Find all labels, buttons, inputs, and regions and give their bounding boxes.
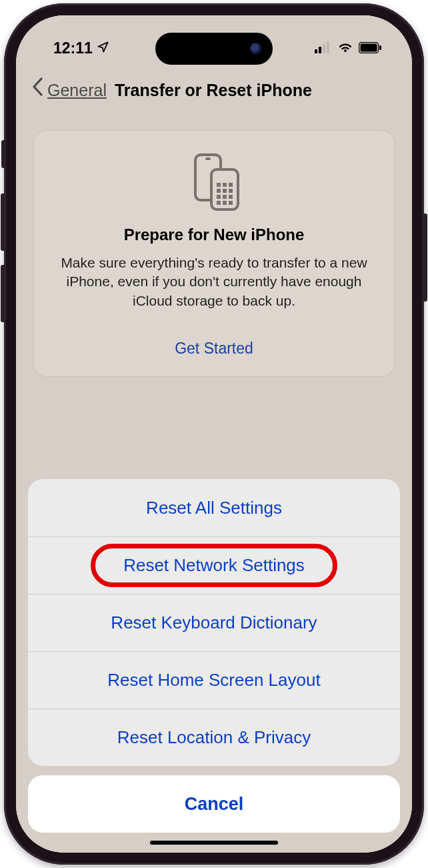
svg-rect-20 <box>223 201 227 205</box>
volume-up-button <box>1 193 5 251</box>
svg-rect-6 <box>379 45 381 50</box>
reset-keyboard-dictionary-button[interactable]: Reset Keyboard Dictionary <box>28 594 400 651</box>
sheet-item-label: Reset Network Settings <box>123 555 305 576</box>
back-chevron-icon[interactable] <box>32 77 43 101</box>
sheet-item-label: Reset Keyboard Dictionary <box>111 612 317 633</box>
svg-rect-12 <box>229 183 233 187</box>
reset-location-privacy-button[interactable]: Reset Location & Privacy <box>28 709 400 766</box>
svg-rect-3 <box>327 41 329 53</box>
svg-rect-16 <box>217 195 221 199</box>
svg-rect-8 <box>205 157 211 160</box>
svg-rect-1 <box>319 47 321 53</box>
power-button <box>423 213 427 302</box>
svg-rect-0 <box>315 49 317 53</box>
devices-transfer-icon <box>181 152 247 212</box>
sheet-item-label: Reset Location & Privacy <box>117 727 311 748</box>
action-sheet: Reset All Settings Reset Network Setting… <box>16 479 412 853</box>
iphone-frame: 12:11 <box>4 3 424 865</box>
svg-rect-11 <box>223 183 227 187</box>
status-time: 12:11 <box>53 39 93 57</box>
reset-all-settings-button[interactable]: Reset All Settings <box>28 479 400 536</box>
location-arrow-icon <box>97 39 109 57</box>
svg-rect-17 <box>223 195 227 199</box>
svg-rect-5 <box>361 43 377 51</box>
prepare-card: Prepare for New iPhone Make sure everyth… <box>33 130 395 377</box>
volume-down-button <box>1 265 5 322</box>
svg-rect-19 <box>217 201 221 205</box>
svg-rect-2 <box>323 44 325 53</box>
nav-header: General Transfer or Reset iPhone <box>16 78 412 103</box>
svg-rect-14 <box>223 189 227 193</box>
cancel-button[interactable]: Cancel <box>28 775 400 833</box>
battery-icon <box>359 39 381 57</box>
dynamic-island <box>155 33 273 65</box>
sheet-item-label: Reset All Settings <box>146 498 282 518</box>
silence-switch <box>1 140 5 168</box>
screen: 12:11 <box>16 15 412 853</box>
prepare-title: Prepare for New iPhone <box>54 226 374 244</box>
reset-home-screen-layout-button[interactable]: Reset Home Screen Layout <box>28 651 400 709</box>
sheet-item-label: Reset Home Screen Layout <box>107 670 320 691</box>
reset-network-settings-button[interactable]: Reset Network Settings <box>28 536 400 594</box>
prepare-description: Make sure everything's ready to transfer… <box>54 254 374 310</box>
svg-rect-10 <box>217 183 221 187</box>
wifi-icon <box>337 39 353 57</box>
svg-rect-15 <box>229 189 233 193</box>
cellular-signal-icon <box>315 39 332 57</box>
svg-rect-21 <box>229 201 233 205</box>
home-indicator[interactable] <box>150 841 278 845</box>
back-button[interactable]: General <box>47 81 107 100</box>
action-sheet-group: Reset All Settings Reset Network Setting… <box>28 479 400 766</box>
svg-rect-18 <box>229 195 233 199</box>
get-started-button[interactable]: Get Started <box>54 340 374 358</box>
page-title: Transfer or Reset iPhone <box>115 81 312 100</box>
cancel-label: Cancel <box>185 794 244 815</box>
svg-rect-13 <box>217 189 221 193</box>
